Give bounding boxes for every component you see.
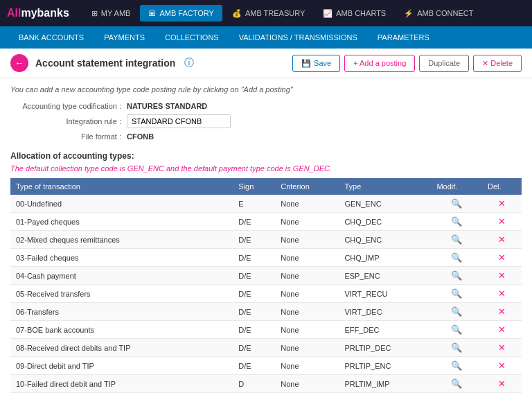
table-row: 10-Failed direct debit and TIP D None PR… — [10, 375, 522, 393]
nav-collections[interactable]: COLLECTIONS — [157, 30, 227, 45]
cell-modif: 🔍 — [431, 213, 482, 231]
back-button[interactable]: ← — [10, 54, 28, 72]
amb-connect-icon: ⚡ — [404, 9, 414, 18]
table-row: 09-Direct debit and TIP D/E None PRLTIP_… — [10, 357, 522, 375]
modif-icon[interactable]: 🔍 — [451, 216, 462, 227]
col-header-sign: Sign — [233, 178, 275, 195]
integration-input[interactable] — [127, 114, 231, 128]
table-row: 05-Received transfers D/E None VIRT_RECU… — [10, 285, 522, 303]
cell-type-code: CHQ_DEC — [339, 213, 431, 231]
delete-row-icon[interactable]: ✕ — [498, 288, 506, 299]
cell-modif: 🔍 — [431, 267, 482, 285]
second-navigation: BANK ACCOUNTS PAYMENTS COLLECTIONS VALID… — [0, 26, 532, 49]
table-body: 00-Undefined E None GEN_ENC 🔍 ✕ 01-Payed… — [10, 195, 522, 393]
cell-type-code: VIRT_DEC — [339, 303, 431, 321]
cell-type-code: PRLTIP_DEC — [339, 339, 431, 357]
col-header-del: Del. — [482, 178, 522, 195]
accounting-value: NATURES STANDARD — [127, 102, 207, 110]
delete-row-icon[interactable]: ✕ — [498, 234, 506, 245]
delete-button[interactable]: ✕ Delete — [473, 55, 522, 72]
modif-icon[interactable]: 🔍 — [451, 360, 462, 371]
cell-sign: D/E — [233, 267, 275, 285]
nav-item-amb-treasury[interactable]: 💰 AMB TREASURY — [224, 5, 313, 22]
nav-label-my-amb: MY AMB — [101, 9, 131, 17]
table-row: 00-Undefined E None GEN_ENC 🔍 ✕ — [10, 195, 522, 213]
form-row-accounting: Accounting type codification : NATURES S… — [10, 102, 522, 110]
duplicate-button[interactable]: Duplicate — [419, 55, 469, 72]
modif-icon[interactable]: 🔍 — [451, 324, 462, 335]
delete-row-icon[interactable]: ✕ — [498, 378, 506, 389]
cell-sign: D/E — [233, 303, 275, 321]
cell-criterion: None — [275, 357, 339, 375]
cell-modif: 🔍 — [431, 303, 482, 321]
table-row: 08-Received direct debits and TIP D/E No… — [10, 339, 522, 357]
delete-row-icon[interactable]: ✕ — [498, 270, 506, 281]
cell-modif: 🔍 — [431, 339, 482, 357]
cell-del: ✕ — [482, 285, 522, 303]
cell-type-code: CHQ_ENC — [339, 231, 431, 249]
col-header-modif: Modif. — [431, 178, 482, 195]
cell-type-code: VIRT_RECU — [339, 285, 431, 303]
cell-del: ✕ — [482, 375, 522, 393]
cell-transaction-type: 06-Transfers — [10, 303, 233, 321]
cell-transaction-type: 02-Mixed cheques remittances — [10, 231, 233, 249]
cell-sign: D/E — [233, 357, 275, 375]
nav-item-amb-charts[interactable]: 📈 AMB CHARTS — [314, 5, 394, 22]
modif-icon[interactable]: 🔍 — [451, 306, 462, 317]
table-row: 03-Failed cheques D/E None CHQ_IMP 🔍 ✕ — [10, 249, 522, 267]
modif-icon[interactable]: 🔍 — [451, 252, 462, 263]
amb-factory-icon: 🏛 — [148, 9, 156, 17]
page-title: Account statement integration — [35, 58, 175, 69]
nav-item-amb-connect[interactable]: ⚡ AMB CONNECT — [396, 5, 481, 22]
nav-validations[interactable]: VALIDATIONS / TRANSMISSIONS — [231, 30, 366, 45]
cell-del: ✕ — [482, 249, 522, 267]
nav-label-amb-treasury: AMB TREASURY — [245, 9, 305, 17]
nav-label-amb-connect: AMB CONNECT — [417, 9, 473, 17]
cell-criterion: None — [275, 303, 339, 321]
integration-label: Integration rule : — [10, 117, 121, 125]
cell-del: ✕ — [482, 321, 522, 339]
save-button[interactable]: 💾 Save — [292, 55, 340, 72]
logo[interactable]: Allmybanks — [7, 7, 69, 19]
cell-del: ✕ — [482, 339, 522, 357]
table-row: 06-Transfers D/E None VIRT_DEC 🔍 ✕ — [10, 303, 522, 321]
modif-icon[interactable]: 🔍 — [451, 234, 462, 245]
delete-row-icon[interactable]: ✕ — [498, 216, 506, 227]
modif-icon[interactable]: 🔍 — [451, 378, 462, 389]
delete-row-icon[interactable]: ✕ — [498, 252, 506, 263]
modif-icon[interactable]: 🔍 — [451, 342, 462, 353]
delete-row-icon[interactable]: ✕ — [498, 360, 506, 371]
cell-transaction-type: 01-Payed cheques — [10, 213, 233, 231]
main-content: You can add a new accounting type code p… — [0, 78, 532, 393]
cell-criterion: None — [275, 375, 339, 393]
cell-del: ✕ — [482, 213, 522, 231]
cell-type-code: GEN_ENC — [339, 195, 431, 213]
logo-prefix: All — [7, 7, 21, 19]
delete-row-icon[interactable]: ✕ — [498, 324, 506, 335]
top-nav-items: ⊞ MY AMB 🏛 AMB FACTORY 💰 AMB TREASURY 📈 … — [83, 5, 482, 22]
logo-suffix: mybanks — [21, 7, 69, 19]
modif-icon[interactable]: 🔍 — [451, 198, 462, 209]
table-row: 07-BOE bank accounts D/E None EFF_DEC 🔍 … — [10, 321, 522, 339]
nav-item-amb-factory[interactable]: 🏛 AMB FACTORY — [140, 5, 222, 21]
cell-sign: D/E — [233, 339, 275, 357]
allocation-title: Allocation of accounting types: — [10, 151, 522, 161]
nav-payments[interactable]: PAYMENTS — [96, 30, 153, 45]
help-icon[interactable]: ⓘ — [184, 57, 194, 69]
cell-type-code: PRLTIM_IMP — [339, 375, 431, 393]
cell-modif: 🔍 — [431, 195, 482, 213]
delete-row-icon[interactable]: ✕ — [498, 198, 506, 209]
cell-transaction-type: 04-Cash payment — [10, 267, 233, 285]
add-posting-button[interactable]: + Add a posting — [344, 55, 415, 72]
cell-modif: 🔍 — [431, 285, 482, 303]
cell-sign: D/E — [233, 231, 275, 249]
allocation-subtitle: The default collection type code is GEN_… — [10, 164, 522, 173]
nav-item-my-amb[interactable]: ⊞ MY AMB — [83, 5, 139, 22]
delete-row-icon[interactable]: ✕ — [498, 342, 506, 353]
delete-row-icon[interactable]: ✕ — [498, 306, 506, 317]
modif-icon[interactable]: 🔍 — [451, 288, 462, 299]
nav-bank-accounts[interactable]: BANK ACCOUNTS — [10, 30, 92, 45]
cell-type-code: EFF_DEC — [339, 321, 431, 339]
modif-icon[interactable]: 🔍 — [451, 270, 462, 281]
nav-parameters[interactable]: PARAMETERS — [369, 30, 438, 45]
